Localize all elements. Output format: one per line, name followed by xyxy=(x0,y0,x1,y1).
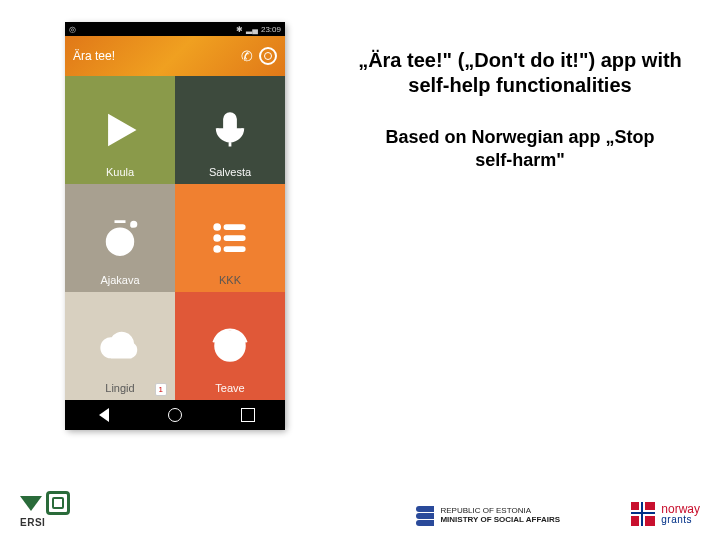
svg-rect-6 xyxy=(225,236,245,240)
app-title: Ära tee! xyxy=(73,49,115,63)
svg-rect-8 xyxy=(225,247,245,251)
norway-line2: grants xyxy=(661,515,700,525)
svg-point-11 xyxy=(234,343,236,345)
svg-point-10 xyxy=(223,343,225,345)
phone-mock: ◎ ✱ ▂▄ 23:09 Ära tee! ✆ Kuula Salvesta xyxy=(65,22,285,430)
mic-icon xyxy=(208,108,252,152)
bluetooth-icon: ✱ xyxy=(236,25,243,34)
slide: ◎ ✱ ▂▄ 23:09 Ära tee! ✆ Kuula Salvesta xyxy=(0,0,720,540)
timer-icon xyxy=(98,216,142,260)
tile-label: Salvesta xyxy=(175,166,285,178)
cloud-icon xyxy=(98,324,142,368)
ersi-triangle-icon xyxy=(20,496,42,511)
signal-icon: ▂▄ xyxy=(246,25,258,34)
ministry-line2: MINISTRY OF SOCIAL AFFAIRS xyxy=(440,516,560,525)
android-statusbar: ◎ ✱ ▂▄ 23:09 xyxy=(65,22,285,36)
estonia-lions-icon xyxy=(416,506,434,526)
tile-kuula[interactable]: Kuula xyxy=(65,76,175,184)
tile-grid: Kuula Salvesta Ajakava KKK Lingid 1 T xyxy=(65,76,285,400)
app-header: Ära tee! ✆ xyxy=(65,36,285,76)
phone-icon[interactable]: ✆ xyxy=(241,48,253,64)
slide-subheading: Based on Norwegian app „Stop self-harm" xyxy=(370,126,670,171)
svg-point-7 xyxy=(214,246,220,252)
list-icon xyxy=(208,216,252,260)
back-icon[interactable] xyxy=(95,408,109,422)
spiral-icon[interactable] xyxy=(259,47,277,65)
tile-label: Ajakava xyxy=(65,274,175,286)
svg-point-5 xyxy=(214,235,220,241)
tile-label: KKK xyxy=(175,274,285,286)
recents-icon[interactable] xyxy=(241,408,255,422)
tile-lingid[interactable]: Lingid 1 xyxy=(65,292,175,400)
ersi-spiral-icon xyxy=(46,491,70,515)
logo-norway-grants: norway grants xyxy=(631,502,700,526)
logo-ersi: ERSI xyxy=(20,491,70,528)
svg-rect-4 xyxy=(225,225,245,229)
tile-label: Kuula xyxy=(65,166,175,178)
footer: ERSI REPUBLIC OF ESTONIA MINISTRY OF SOC… xyxy=(0,470,720,540)
tile-ajakava[interactable]: Ajakava xyxy=(65,184,175,292)
home-icon[interactable] xyxy=(168,408,182,422)
badge: 1 xyxy=(155,383,167,396)
svg-point-2 xyxy=(132,222,136,226)
clock: 23:09 xyxy=(261,25,281,34)
ersi-label: ERSI xyxy=(20,517,45,528)
face-icon xyxy=(208,324,252,368)
android-navbar xyxy=(65,400,285,430)
play-icon xyxy=(98,108,142,152)
tile-teave[interactable]: Teave xyxy=(175,292,285,400)
logo-ministry: REPUBLIC OF ESTONIA MINISTRY OF SOCIAL A… xyxy=(416,506,560,526)
slide-heading: „Ära tee!" („Don't do it!") app with sel… xyxy=(340,48,700,98)
tile-salvesta[interactable]: Salvesta xyxy=(175,76,285,184)
norway-flag-icon xyxy=(631,502,655,526)
notif-icon: ◎ xyxy=(69,25,76,34)
tile-kkk[interactable]: KKK xyxy=(175,184,285,292)
svg-point-3 xyxy=(214,224,220,230)
tile-label: Teave xyxy=(175,382,285,394)
